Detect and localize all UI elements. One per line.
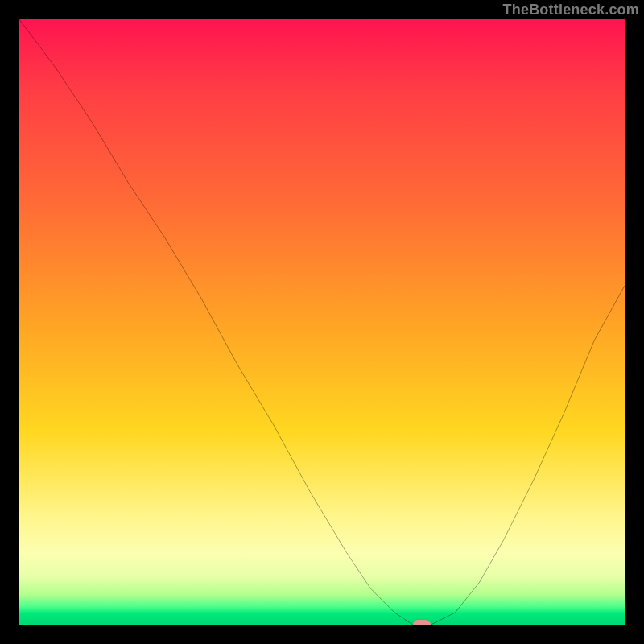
bottleneck-curve	[19, 19, 625, 625]
chart-container: TheBottleneck.com	[0, 0, 644, 644]
optimal-marker	[413, 620, 431, 625]
watermark-text: TheBottleneck.com	[503, 2, 639, 19]
curve-path	[19, 19, 625, 625]
plot-area	[19, 19, 625, 625]
